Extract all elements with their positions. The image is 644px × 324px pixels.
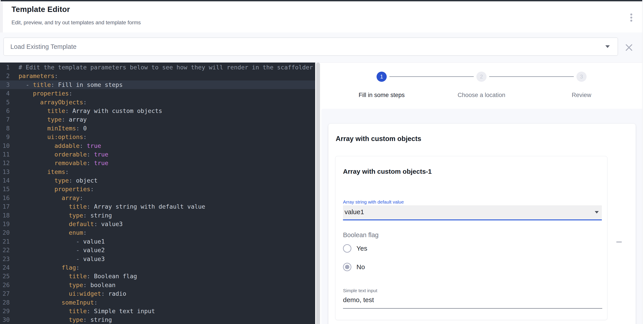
- radio-group-label: Boolean flag: [343, 231, 378, 239]
- line-number: 7: [0, 115, 10, 124]
- line-number: 14: [0, 176, 10, 185]
- select-field-label: Array string with default value: [343, 199, 404, 205]
- radio-button-icon: [343, 263, 351, 271]
- minus-icon: [616, 242, 622, 243]
- kebab-menu-icon: [630, 20, 632, 22]
- code-line: 1# Edit the template parameters below to…: [0, 63, 315, 72]
- code-line: 15 properties:: [0, 185, 315, 193]
- kebab-menu-icon: [630, 17, 632, 19]
- stepper-step-2: 2 Choose a location: [448, 72, 514, 99]
- line-number: 16: [0, 194, 10, 202]
- radio-button-icon: [343, 244, 351, 253]
- code-line: 14 type: object: [0, 176, 315, 185]
- code-line: 17 title: Array string with default valu…: [0, 202, 315, 211]
- code-line: 16 array:: [0, 194, 315, 202]
- dropdown-arrow-icon: [595, 211, 599, 213]
- code-line: 5 arrayObjects:: [0, 98, 315, 107]
- code-line: 13 items:: [0, 168, 315, 176]
- line-number: 24: [0, 263, 10, 272]
- stepper-step-1: 1 Fill in some steps: [348, 72, 415, 99]
- array-string-select[interactable]: value1: [343, 205, 602, 219]
- radio-option-label: Yes: [356, 245, 367, 252]
- step-3-circle: 3: [576, 72, 586, 82]
- step-3-label: Review: [548, 92, 615, 99]
- line-number: 6: [0, 107, 10, 115]
- code-line: 9 ui:options:: [0, 133, 315, 141]
- form-section-title: Array with custom objects: [336, 135, 422, 143]
- line-number: 11: [0, 150, 10, 159]
- code-line: 26 type: boolean: [0, 281, 315, 289]
- code-line: 30 type: string: [0, 315, 315, 324]
- code-line: 18 type: string: [0, 211, 315, 220]
- chevron-down-icon: [605, 45, 610, 48]
- line-number: 22: [0, 246, 10, 254]
- code-line: 6 title: Array with custom objects: [0, 107, 315, 115]
- step-2-label: Choose a location: [448, 92, 514, 99]
- line-number: 18: [0, 211, 10, 220]
- line-number: 13: [0, 168, 10, 176]
- code-line: 24 flag:: [0, 263, 315, 272]
- pane-resizer-handle[interactable]: [316, 63, 320, 324]
- radio-option-no[interactable]: No: [343, 260, 365, 273]
- clear-template-button[interactable]: [624, 43, 634, 52]
- step-1-circle: 1: [376, 72, 387, 82]
- code-line: 28 someInput:: [0, 298, 315, 307]
- code-line: 4 properties:: [0, 89, 315, 98]
- line-number: 8: [0, 124, 10, 133]
- step-2-circle: 2: [476, 72, 486, 82]
- step-1-label: Fill in some steps: [348, 92, 415, 99]
- line-number: 20: [0, 228, 10, 237]
- array-item-card: Array with custom objects-1 Array string…: [335, 156, 607, 320]
- select-focus-underline: [343, 219, 602, 220]
- text-input-underline: [343, 308, 602, 309]
- line-number: 5: [0, 98, 10, 107]
- load-template-bar: Load Existing Template: [0, 33, 642, 63]
- select-field-value: value1: [344, 208, 364, 216]
- line-number: 19: [0, 220, 10, 228]
- code-line: 22 - value2: [0, 246, 315, 254]
- simple-text-input[interactable]: demo, test: [343, 296, 374, 304]
- line-number: 9: [0, 133, 10, 141]
- line-number: 21: [0, 237, 10, 246]
- text-field-label: Simple text input: [343, 288, 377, 293]
- code-line: 10 addable: true: [0, 141, 315, 150]
- code-line: 20 enum:: [0, 228, 315, 237]
- line-number: 4: [0, 89, 10, 98]
- remove-array-item-button[interactable]: [613, 236, 625, 248]
- code-line: 25 title: Boolean flag: [0, 272, 315, 280]
- code-editor[interactable]: 1# Edit the template parameters below to…: [0, 63, 315, 324]
- code-line: 3 - title: Fill in some steps: [0, 81, 315, 89]
- load-existing-template-select[interactable]: Load Existing Template: [4, 38, 618, 56]
- line-number: 28: [0, 298, 10, 307]
- array-item-title: Array with custom objects-1: [343, 168, 432, 175]
- line-number: 23: [0, 255, 10, 263]
- line-number: 29: [0, 307, 10, 315]
- code-editor-lines: 1# Edit the template parameters below to…: [0, 63, 315, 324]
- line-number: 3: [0, 81, 10, 89]
- form-section-card: Array with custom objects Array with cus…: [328, 124, 636, 324]
- page-title: Template Editor: [12, 5, 70, 14]
- line-number: 12: [0, 159, 10, 167]
- line-number: 17: [0, 202, 10, 211]
- code-line: 21 - value1: [0, 237, 315, 246]
- code-line: 11 orderable: true: [0, 150, 315, 159]
- template-editor-screen: Template Editor Edit, preview, and try o…: [0, 0, 644, 324]
- code-line: 12 removable: true: [0, 159, 315, 167]
- line-number: 2: [0, 72, 10, 80]
- scrollbar-gutter[interactable]: [642, 0, 644, 324]
- line-number: 26: [0, 281, 10, 289]
- kebab-menu-icon: [630, 14, 632, 16]
- code-line: 8 minItems: 0: [0, 124, 315, 133]
- more-options-button[interactable]: [625, 10, 637, 25]
- page-header: Template Editor Edit, preview, and try o…: [3, 1, 642, 33]
- radio-option-yes[interactable]: Yes: [343, 242, 367, 255]
- line-number: 30: [0, 315, 10, 324]
- page-subtitle: Edit, preview, and try out templates and…: [12, 20, 141, 26]
- code-line: 2parameters:: [0, 72, 315, 80]
- line-number: 10: [0, 141, 10, 150]
- line-number: 25: [0, 272, 10, 280]
- code-line: 7 type: array: [0, 115, 315, 124]
- left-edge-strip: [0, 1, 3, 33]
- stepper-step-3: 3 Review: [548, 72, 615, 99]
- line-number: 1: [0, 63, 10, 72]
